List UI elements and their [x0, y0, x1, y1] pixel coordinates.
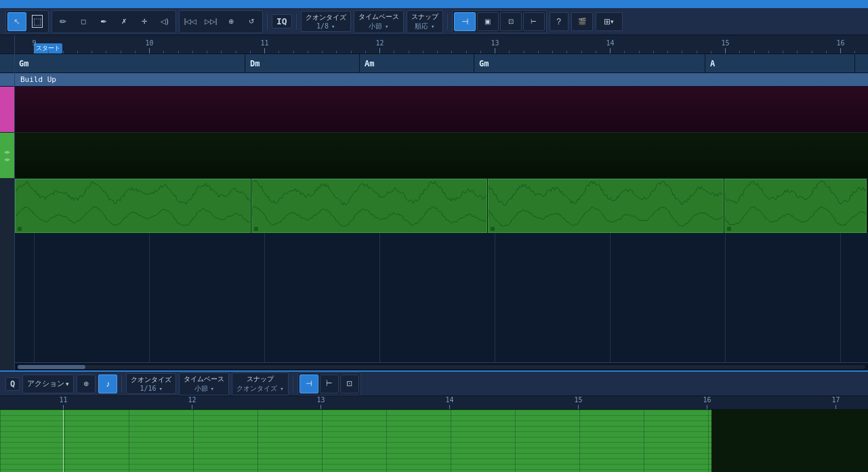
snap-value: 順応: [415, 22, 434, 31]
grid-settings-button[interactable]: ⊞ ▾: [596, 12, 623, 31]
split-tool-button[interactable]: ✛: [135, 12, 154, 31]
align-right-button[interactable]: ⊢: [523, 12, 545, 31]
cursor-tool-button[interactable]: ↖: [7, 12, 26, 31]
pencil-tool-button[interactable]: ✏: [54, 12, 73, 31]
align-center-button[interactable]: ▣: [477, 12, 499, 31]
ruler-minor-tick: [480, 51, 481, 53]
bottom-bar-line: [644, 410, 644, 472]
select-icon: ⬚: [32, 15, 43, 28]
iq-button[interactable]: IQ: [272, 14, 292, 28]
audio-block[interactable]: [251, 179, 487, 233]
audio-block[interactable]: [724, 179, 867, 233]
bottom-quantize-selector[interactable]: クオンタイズ 1/16: [126, 373, 176, 394]
bottom-ruler-mark: 15: [578, 405, 579, 409]
help-button[interactable]: ?: [550, 12, 569, 31]
chord-block[interactable]: Dm: [246, 54, 360, 72]
audio-block[interactable]: [15, 179, 251, 233]
ruler-minor-tick: [178, 51, 179, 53]
bottom-zoom-icon: ⊡: [346, 379, 352, 388]
ruler-mark: 9: [34, 48, 35, 53]
ruler-minor-tick: [106, 51, 106, 53]
playhead-line: [63, 410, 64, 472]
chord-block[interactable]: Gm: [15, 54, 245, 72]
ruler-minor-tick: [77, 51, 78, 53]
ruler-minor-tick: [322, 51, 323, 53]
ruler-minor-tick: [409, 51, 409, 53]
ruler-minor-tick: [581, 51, 582, 53]
bottom-ruler-mark: 12: [192, 405, 192, 409]
help-icon: ?: [556, 17, 561, 26]
scroll-bar[interactable]: [15, 362, 868, 370]
skip-back-button[interactable]: |◁◁: [181, 12, 200, 31]
bottom-note-button[interactable]: ♪: [98, 374, 117, 393]
top-bar: [0, 0, 868, 8]
ruler-minor-tick: [336, 51, 337, 53]
snap-selector[interactable]: スナップ 順応: [407, 10, 443, 33]
cursor-icon: ↖: [14, 17, 20, 26]
ruler-minor-tick: [135, 51, 136, 53]
quantize-value: 1/8: [316, 22, 335, 30]
chord-row[interactable]: GmDmAmGmA: [15, 54, 868, 73]
ruler-minor-tick: [437, 51, 438, 53]
eraser-tool-button[interactable]: ◻: [74, 12, 93, 31]
piano-note-line: [0, 426, 711, 427]
ruler-mark-label: 13: [491, 39, 499, 47]
ruler-minor-tick: [812, 51, 812, 53]
bottom-bar-line: [386, 410, 387, 472]
zoom-fit-icon: ⊡: [508, 18, 514, 25]
audio-block[interactable]: [488, 179, 724, 233]
select-tool-button[interactable]: ⬚: [28, 12, 47, 31]
ruler-minor-tick: [121, 51, 121, 53]
loop-button[interactable]: ↺: [242, 12, 261, 31]
bottom-piano-roll[interactable]: [0, 410, 868, 472]
chord-block[interactable]: A: [706, 54, 855, 72]
bottom-bar-line: [579, 410, 580, 472]
bottom-align-group: ⊣ ⊢ ⊡: [297, 372, 361, 395]
timebase-selector[interactable]: タイムベース 小節: [354, 10, 404, 33]
ruler-minor-tick: [163, 51, 164, 53]
ruler-mark-label: 9: [32, 39, 36, 47]
audio-block-corner: [254, 227, 258, 231]
bottom-bar-line: [64, 410, 65, 472]
bottom-q-button[interactable]: Q: [5, 377, 20, 391]
scroll-track: [18, 365, 865, 369]
bottom-ruler[interactable]: 11121314151617: [0, 396, 868, 410]
bottom-split-button[interactable]: ⊕: [77, 374, 96, 393]
quantize-selector[interactable]: クオンタイズ 1/8: [301, 11, 351, 32]
bottom-green-region[interactable]: [0, 410, 711, 472]
pen-tool-button[interactable]: ✒: [94, 12, 113, 31]
audio-track-side: [0, 179, 14, 370]
bottom-zoom-button[interactable]: ⊡: [340, 374, 359, 393]
bottom-align-left-button[interactable]: ⊣: [299, 374, 318, 393]
align-left-button[interactable]: ⊣: [454, 12, 476, 31]
chord-spacer: [0, 54, 14, 73]
speaker-tool-button[interactable]: ◁): [155, 12, 174, 31]
ruler-minor-tick: [63, 51, 64, 53]
ruler-minor-tick: [783, 51, 783, 53]
skip-fwd-button[interactable]: ▷▷|: [201, 12, 220, 31]
mute-tool-button[interactable]: ✗: [115, 12, 133, 31]
timebase-value: 小節: [369, 22, 388, 31]
bottom-timebase-selector[interactable]: タイムベース 小節: [179, 372, 229, 395]
ruler-mark: 12: [379, 48, 380, 53]
pencil-icon: ✏: [60, 17, 66, 26]
bottom-align-right-button[interactable]: ⊢: [320, 374, 339, 393]
green-track-side: ◀▶ ◀▶: [0, 133, 14, 179]
pink-track-side: [0, 87, 14, 133]
ruler-minor-tick: [48, 51, 49, 53]
piano-note-line: [0, 431, 711, 432]
zoom-button[interactable]: ⊕: [222, 12, 241, 31]
main-toolbar: ↖ ⬚ ✏ ◻ ✒ ✗ ✛ ◁) |◁◁ ▷▷|: [0, 8, 868, 35]
film-button[interactable]: 🎬: [571, 12, 593, 31]
align-zoom-button[interactable]: ⊡: [500, 12, 522, 31]
scroll-thumb[interactable]: [18, 365, 85, 369]
time-ruler[interactable]: スタート 910111213141516: [15, 35, 868, 54]
bottom-bar-line: [322, 410, 323, 472]
chord-block[interactable]: Am: [360, 54, 474, 72]
action-button[interactable]: アクション ▾: [22, 374, 74, 393]
piano-note-line: [0, 410, 711, 410]
bottom-snap-selector[interactable]: スナップ クオンタイズ: [232, 372, 288, 395]
ruler-minor-tick: [250, 51, 251, 53]
chord-block[interactable]: Gm: [475, 54, 705, 72]
bottom-bar-line: [451, 410, 451, 472]
